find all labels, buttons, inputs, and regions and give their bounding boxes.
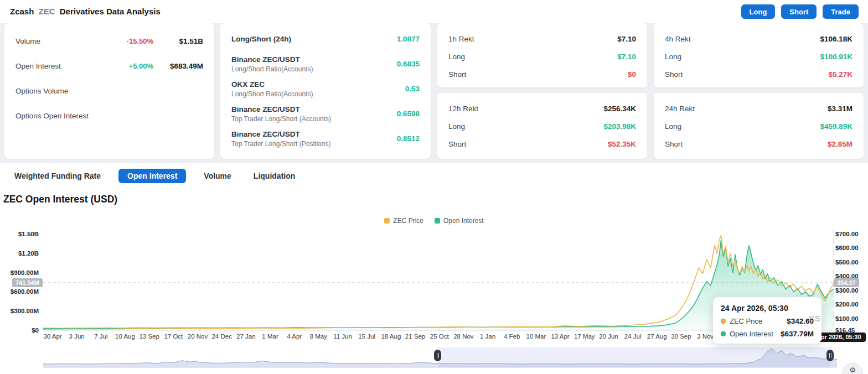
rekt-24h-card: 24h Rekt$3.31MLong$459.89KShort$2.85M (654, 93, 864, 159)
navigator-start-tick (44, 359, 44, 366)
x-axis-tick: 11 Jun (333, 333, 352, 340)
tooltip-rows: ZEC Price$342.60Open Interest$637.79M (721, 317, 814, 338)
legend-swatch-icon (435, 218, 440, 224)
tooltip-series-value: $637.79M (781, 330, 814, 338)
x-axis-tick: 13 Sep (139, 333, 159, 340)
x-axis-tick: 3 Nov (697, 333, 714, 340)
market-stat-row: Volume-15.50%$1.51B (4, 29, 214, 54)
series-dot-icon (721, 319, 726, 324)
x-axis-tick: 18 Aug (381, 333, 401, 340)
stat-label: Open Interest (16, 62, 129, 70)
legend-item-open-interest[interactable]: Open Interest (435, 217, 484, 225)
page-title: Zcash ZEC Derivatives Data Analysis (10, 7, 161, 16)
rekt-short-row: Short$52.35K (437, 135, 647, 153)
ratio-subtitle: Long/Short Ratio(Accounts) (231, 90, 313, 98)
rekt-value: $7.10 (617, 53, 636, 61)
x-axis-tick: 10 Aug (115, 333, 135, 340)
ratio-value: 0.6835 (397, 60, 420, 68)
ratio-row: Binance ZEC/USDTLong/Short Ratio(Account… (220, 51, 431, 76)
chart-tabs: Weighted Funding RateOpen InterestVolume… (10, 168, 299, 184)
series-dot-icon (721, 331, 726, 336)
rekt-12h-card: 12h Rekt$256.34KLong$203.98KShort$52.35K (437, 93, 647, 159)
x-axis-tick: 30 Apr (43, 333, 61, 340)
rekt-value: $52.35K (608, 140, 636, 148)
x-axis-tick: 17 May (574, 333, 595, 340)
x-axis-tick: 30 Sep (671, 333, 691, 340)
trade-button[interactable]: Trade (823, 4, 859, 19)
ratio-value: 0.53 (405, 85, 420, 93)
ratio-row: Long/Short (24h)1.0877 (220, 27, 431, 51)
stat-change: +5.00% (129, 62, 153, 70)
stat-change: -15.50% (127, 37, 153, 45)
ratio-value: 1.0877 (397, 35, 420, 43)
ratio-row: OKX ZECLong/Short Ratio(Accounts)0.53 (220, 76, 431, 101)
x-axis-tick: 27 Aug (647, 333, 667, 340)
ratio-row: Binance ZEC/USDTTop Trader Long/Short (P… (220, 126, 431, 151)
ratio-text: OKX ZECLong/Short Ratio(Accounts) (231, 80, 313, 98)
ratio-subtitle: Top Trader Long/Short (Accounts) (231, 115, 331, 123)
x-axis-tick: 4 Feb (504, 333, 520, 340)
tooltip-row: ZEC Price$342.60 (721, 317, 814, 325)
current-oi-axis-badge: 741.54M (12, 278, 43, 287)
x-axis-tick: 21 Sep (405, 333, 425, 340)
rekt-label: Long (665, 53, 820, 61)
x-axis-tick: 20 Nov (188, 333, 208, 340)
x-axis-tick: 25 Oct (430, 333, 449, 340)
y-axis-right-tick: $100.00 (835, 315, 868, 323)
rekt-value: $256.34K (603, 105, 636, 113)
x-axis-tick: 15 Jul (358, 333, 375, 340)
tooltip-series-label: ZEC Price (730, 317, 762, 325)
y-axis-left-tick: $900.00M (0, 269, 39, 277)
ratio-title: Binance ZEC/USDT (231, 55, 313, 64)
market-stats-card: Volume-15.50%$1.51BOpen Interest+5.00%$6… (4, 23, 214, 159)
navigator-right-handle[interactable] (826, 350, 834, 361)
ratio-text: Binance ZEC/USDTLong/Short Ratio(Account… (231, 55, 313, 73)
tab-liquidation[interactable]: Liquidation (249, 169, 299, 183)
floating-settings-button[interactable]: ⚙ (842, 363, 863, 374)
ratio-title: Binance ZEC/USDT (231, 105, 331, 113)
long-button[interactable]: Long (741, 4, 776, 19)
market-stat-row: Open Interest+5.00%$683.49M (4, 54, 214, 79)
x-axis-tick: 4 Apr (287, 333, 302, 340)
rekt-value: $5.27K (828, 70, 852, 79)
chart-tooltip: 24 Apr 2026, 05:30 ZEC Price$342.60Open … (713, 297, 822, 344)
rekt-total-row: 1h Rekt$7.10 (437, 30, 647, 48)
stat-value: $1.51B (163, 37, 203, 45)
x-axis-tick: 10 Mar (526, 333, 546, 340)
gear-icon: ⚙ (849, 366, 856, 374)
x-axis-tick: 27 Jan (236, 333, 256, 340)
rekt-label: 1h Rekt (448, 35, 617, 43)
rekt-4h-card: 4h Rekt$106.18KLong$100.91KShort$5.27K (654, 23, 864, 87)
ratio-text: Binance ZEC/USDTTop Trader Long/Short (A… (231, 105, 331, 123)
rekt-long-row: Long$7.10 (437, 48, 647, 65)
y-axis-left-tick: $600.00M (0, 288, 39, 295)
ratio-text: Long/Short (24h) (231, 35, 291, 43)
rekt-short-row: Short$0 (437, 65, 647, 83)
coin-name: Zcash (10, 7, 34, 16)
current-price-axis-badge: 354.37 (834, 278, 859, 287)
legend-item-zec-price[interactable]: ZEC Price (384, 217, 423, 225)
rekt-1h-card: 1h Rekt$7.10Long$7.10Short$0 (437, 23, 647, 87)
tab-weighted-funding-rate[interactable]: Weighted Funding Rate (10, 169, 105, 183)
rekt-value: $7.10 (617, 35, 636, 43)
coinglass-watermark: SS (809, 314, 821, 323)
rekt-value: $203.98K (603, 122, 636, 131)
rekt-label: Long (665, 122, 820, 131)
tooltip-date: 24 Apr 2026, 05:30 (721, 304, 814, 313)
rekt-label: Long (448, 122, 603, 131)
navigator-left-handle[interactable] (434, 350, 441, 361)
x-axis-tick: 3 Jun (69, 333, 85, 340)
ratio-text: Binance ZEC/USDTTop Trader Long/Short (P… (231, 130, 330, 148)
short-button[interactable]: Short (781, 4, 817, 19)
tab-open-interest[interactable]: Open Interest (118, 169, 186, 183)
x-axis-tick: 1 Mar (262, 333, 278, 340)
ratio-value: 0.6598 (397, 110, 420, 118)
rekt-label: 12h Rekt (448, 105, 603, 113)
page-header: Zcash ZEC Derivatives Data Analysis Long… (0, 0, 868, 23)
coin-symbol: ZEC (39, 7, 55, 16)
y-axis-right-tick: $200.00 (835, 300, 868, 308)
market-stat-row: Options Volume (4, 79, 214, 103)
rekt-short-row: Short$5.27K (654, 65, 864, 83)
tab-volume[interactable]: Volume (199, 169, 236, 183)
y-axis-right-tick: $300.00 (835, 287, 868, 294)
